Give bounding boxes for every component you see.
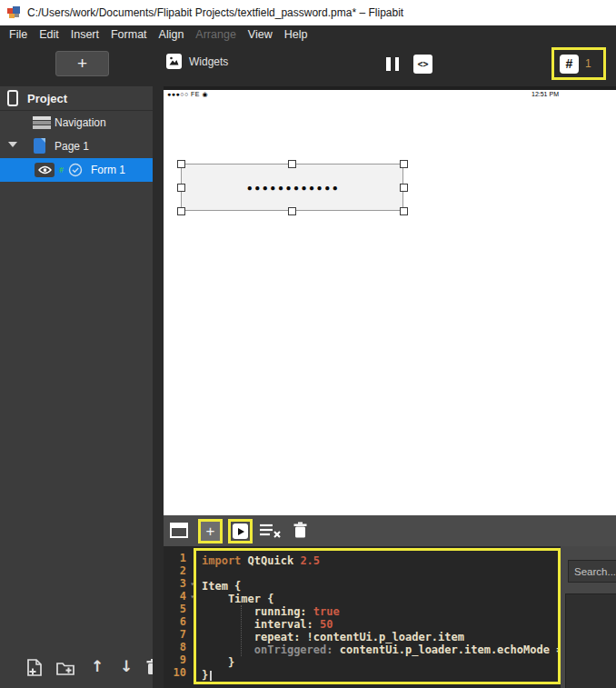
code-line[interactable]: repeat: !contentUi.p_loader.item	[202, 631, 558, 643]
menu-file[interactable]: File	[9, 28, 27, 41]
resize-handle[interactable]	[177, 207, 185, 215]
code-line[interactable]: import QtQuick 2.5	[202, 554, 558, 567]
menu-arrange: Arrange	[195, 28, 235, 41]
search-input[interactable]	[568, 560, 616, 583]
menu-edit[interactable]: Edit	[39, 28, 59, 41]
clear-log-button[interactable]	[260, 523, 282, 542]
code-line[interactable]: running: true	[202, 605, 558, 618]
line-number: 2	[164, 564, 194, 577]
resize-handle[interactable]	[177, 184, 185, 192]
menu-insert[interactable]: Insert	[71, 28, 99, 41]
project-label: Project	[27, 92, 67, 105]
visibility-eye-icon[interactable]	[35, 163, 55, 177]
code-brackets-icon: <>	[413, 55, 432, 74]
check-circle-icon	[68, 163, 83, 181]
menu-format[interactable]: Format	[111, 28, 147, 41]
tree-item-form1-selected[interactable]: # Form 1	[0, 158, 153, 182]
flipabit-window: C:/Users/work/Documents/Flipabit Project…	[0, 0, 616, 688]
play-icon	[233, 523, 248, 539]
panel-divider[interactable]	[153, 86, 164, 688]
page-label: Page 1	[55, 140, 89, 153]
password-mask-text: ●●●●●●●●●●●●	[244, 183, 340, 193]
search-results-list[interactable]	[565, 593, 616, 688]
code-line[interactable]: Timer {	[202, 593, 558, 605]
line-number: 3▾	[164, 577, 194, 590]
right-side-panel	[561, 546, 616, 688]
canvas-top-strip	[164, 86, 616, 90]
resize-handle[interactable]	[177, 160, 185, 168]
tree-item-navigation[interactable]: Navigation	[0, 111, 153, 135]
delete-code-button[interactable]	[293, 522, 307, 542]
new-folder-button[interactable]	[56, 662, 75, 679]
password-textfield-widget[interactable]: ●●●●●●●●●●●●	[181, 164, 403, 211]
code-lines: import QtQuick 2.5Item { Timer { running…	[202, 554, 558, 682]
image-icon	[166, 54, 182, 69]
resize-handle[interactable]	[400, 184, 408, 192]
code-line[interactable]	[202, 567, 558, 580]
line-number: 5	[164, 603, 194, 615]
expand-caret-icon[interactable]	[8, 142, 17, 147]
tree-item-page1[interactable]: Page 1	[0, 135, 153, 158]
code-panel-toolbar: +	[164, 515, 616, 546]
hash-badge-icon: #	[59, 165, 64, 174]
widgets-label: Widgets	[189, 55, 228, 68]
move-down-button[interactable]: ↓	[120, 657, 133, 675]
page-icon	[34, 138, 45, 154]
navigation-icon	[33, 116, 51, 130]
title-bar: C:/Users/work/Documents/Flipabit Project…	[0, 0, 616, 25]
form-label: Form 1	[91, 164, 125, 176]
widgets-button[interactable]: Widgets	[166, 54, 228, 69]
flipabit-logo-icon	[7, 6, 20, 19]
design-canvas[interactable]: ●●●○○ FE ◉ 12:51 PM ●●●●●●●●●●●●	[164, 86, 616, 515]
line-number: 8	[164, 641, 194, 653]
code-editor-highlighted[interactable]: import QtQuick 2.5Item { Timer { running…	[194, 548, 561, 684]
window-title: C:/Users/work/Documents/Flipabit Project…	[27, 0, 403, 25]
tree-actions-bar: ↑ ↓	[0, 657, 153, 683]
code-line[interactable]: onTriggered: contentUi.p_loader.item.ech…	[202, 643, 558, 656]
line-number: 10	[164, 666, 194, 679]
statusbar-carrier: ●●●○○ FE ◉	[167, 91, 208, 98]
line-number: 9	[164, 653, 194, 666]
text-cursor	[210, 671, 212, 681]
code-line[interactable]: interval: 50	[202, 618, 558, 631]
menu-view[interactable]: View	[248, 28, 273, 41]
hash-icon: #	[560, 55, 579, 74]
numbers-panel-button[interactable]: # 1	[551, 47, 606, 80]
menu-align[interactable]: Align	[159, 28, 184, 41]
new-page-button[interactable]	[27, 659, 42, 680]
project-tree-panel: Project Navigation Page 1 # Form 1	[0, 86, 153, 688]
move-up-button[interactable]: ↑	[91, 657, 104, 675]
code-view-button[interactable]: <>	[413, 55, 432, 74]
line-number: 6	[164, 615, 194, 628]
add-widget-button[interactable]: +	[55, 51, 109, 76]
tree-item-project[interactable]: Project	[0, 86, 153, 111]
device-icon	[7, 90, 18, 106]
code-line[interactable]: }	[202, 669, 558, 682]
numbers-count-badge: 1	[585, 57, 591, 70]
code-editor-region: 123▾4▾5678910 import QtQuick 2.5Item { T…	[164, 546, 616, 688]
resize-handle[interactable]	[288, 207, 296, 215]
code-line[interactable]: Item {	[202, 580, 558, 593]
statusbar-clock: 12:51 PM	[532, 91, 559, 97]
menu-help[interactable]: Help	[284, 28, 308, 41]
navigation-label: Navigation	[55, 116, 106, 129]
menu-bar: File Edit Insert Format Align Arrange Vi…	[0, 25, 616, 43]
line-number: 4▾	[164, 590, 194, 603]
resize-handle[interactable]	[288, 160, 296, 168]
panel-layout-icon[interactable]	[170, 523, 188, 538]
resize-handle[interactable]	[400, 160, 408, 168]
add-code-button[interactable]: +	[198, 519, 223, 543]
main-toolbar: + Widgets <> # 1	[0, 43, 616, 86]
run-code-button[interactable]	[228, 519, 253, 543]
code-gutter: 123▾4▾5678910	[164, 552, 194, 679]
line-number: 1	[164, 552, 194, 564]
code-line[interactable]: }	[202, 656, 558, 669]
pause-button[interactable]	[386, 57, 399, 71]
line-number: 7	[164, 628, 194, 641]
resize-handle[interactable]	[400, 207, 408, 215]
